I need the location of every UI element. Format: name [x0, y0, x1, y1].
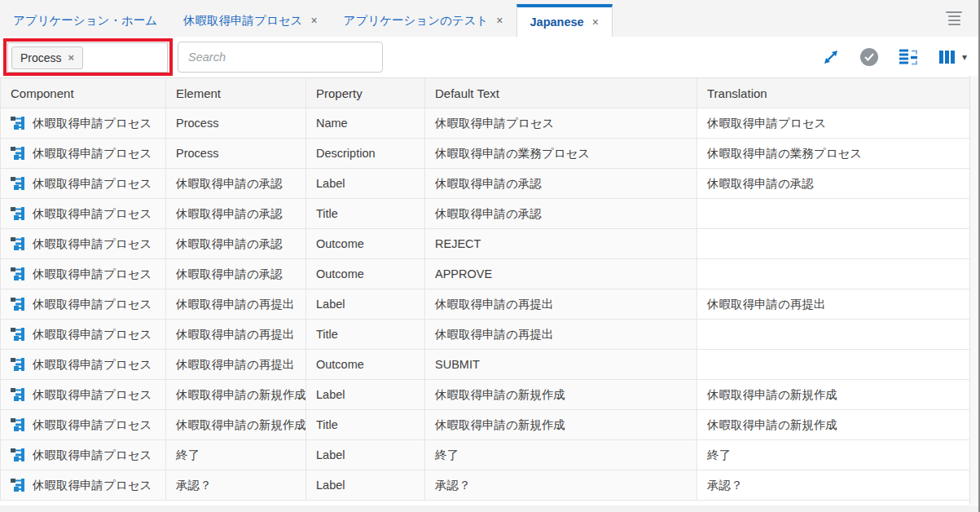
tab-application-home[interactable]: アプリケーション・ホーム	[0, 4, 170, 37]
process-icon	[11, 298, 25, 311]
tab-label: Japanese	[530, 15, 584, 29]
column-header-default-text[interactable]: Default Text	[425, 78, 697, 108]
default-text-cell: 休暇取得申請プロセス	[425, 108, 697, 139]
columns-icon[interactable]	[939, 50, 955, 64]
translation-cell[interactable]: 休暇取得申請の承認	[697, 169, 970, 199]
column-header-translation[interactable]: Translation	[697, 78, 970, 108]
table-row[interactable]: 休暇取得申請プロセス 休暇取得申請の承認 Outcome REJECT	[1, 229, 970, 259]
filter-input[interactable]: Process ×	[7, 42, 168, 73]
property-cell: Label	[306, 380, 425, 410]
component-label: 休暇取得申請プロセス	[33, 387, 152, 403]
column-header-component[interactable]: Component	[1, 78, 166, 108]
table-row[interactable]: 休暇取得申請プロセス Process Name 休暇取得申請プロセス 休暇取得申…	[1, 108, 970, 139]
vertical-scrollbar[interactable]	[969, 76, 978, 505]
property-cell: Label	[306, 440, 425, 470]
translation-cell[interactable]	[697, 199, 970, 229]
translation-cell[interactable]	[697, 320, 970, 350]
translation-cell[interactable]: 休暇取得申請の業務プロセス	[697, 139, 970, 169]
translation-cell[interactable]: 休暇取得申請の再提出	[697, 289, 970, 320]
table-row[interactable]: 休暇取得申請プロセス 休暇取得申請の再提出 Label 休暇取得申請の再提出 休…	[1, 289, 970, 320]
process-icon	[11, 177, 25, 190]
component-label: 休暇取得申請プロセス	[33, 176, 152, 192]
property-cell: Description	[306, 139, 425, 169]
default-text-cell: 承認？	[425, 470, 697, 501]
tab-bar: アプリケーション・ホーム 休暇取得申請プロセス × アプリケーションのテスト ×…	[0, 0, 980, 37]
default-text-cell: REJECT	[425, 229, 697, 259]
tabs-container: アプリケーション・ホーム 休暇取得申請プロセス × アプリケーションのテスト ×…	[0, 0, 613, 37]
element-cell: Process	[166, 108, 306, 139]
search-input[interactable]	[178, 42, 383, 73]
element-cell: Process	[166, 139, 306, 169]
process-icon	[11, 448, 25, 461]
translation-cell[interactable]	[697, 229, 970, 259]
expand-icon[interactable]	[822, 48, 840, 66]
table-header: ComponentElementPropertyDefault TextTran…	[1, 78, 970, 108]
process-icon	[11, 418, 25, 431]
default-text-cell: 休暇取得申請の再提出	[425, 289, 697, 320]
toolbar: Process ×	[0, 37, 980, 77]
table-row[interactable]: 休暇取得申請プロセス 休暇取得申請の承認 Label 休暇取得申請の承認 休暇取…	[1, 169, 970, 199]
table-row[interactable]: 休暇取得申請プロセス 休暇取得申請の承認 Outcome APPROVE	[1, 259, 970, 289]
component-cell: 休暇取得申請プロセス	[1, 108, 166, 139]
component-label: 休暇取得申請プロセス	[33, 297, 152, 312]
component-cell: 休暇取得申請プロセス	[1, 259, 166, 289]
tab-japanese[interactable]: Japanese ×	[516, 4, 613, 37]
component-label: 休暇取得申請プロセス	[33, 267, 152, 282]
table-row[interactable]: 休暇取得申請プロセス 休暇取得申請の承認 Title 休暇取得申請の承認	[1, 199, 970, 229]
property-cell: Title	[306, 199, 425, 229]
component-cell: 休暇取得申請プロセス	[1, 139, 166, 169]
tab-close-icon[interactable]: ×	[496, 15, 503, 26]
table-row[interactable]: 休暇取得申請プロセス 休暇取得申請の新規作成 Title 休暇取得申請の新規作成…	[1, 410, 970, 440]
component-label: 休暇取得申請プロセス	[33, 478, 152, 493]
table-row[interactable]: 休暇取得申請プロセス 休暇取得申請の新規作成 Label 休暇取得申請の新規作成…	[1, 380, 970, 410]
translation-cell[interactable]	[697, 259, 970, 289]
process-icon	[11, 328, 25, 341]
property-cell: Name	[306, 108, 425, 139]
translation-cell[interactable]: 休暇取得申請プロセス	[697, 108, 970, 139]
tab-leave-request-process[interactable]: 休暇取得申請プロセス ×	[170, 4, 331, 37]
component-cell: 休暇取得申請プロセス	[1, 229, 166, 259]
caret-down-icon[interactable]: ▾	[962, 51, 967, 63]
component-cell: 休暇取得申請プロセス	[1, 440, 166, 470]
copy-rows-icon[interactable]	[899, 49, 919, 66]
component-label: 休暇取得申請プロセス	[33, 327, 152, 342]
translation-cell[interactable]	[697, 350, 970, 380]
tab-label: 休暇取得申請プロセス	[183, 13, 302, 29]
translation-cell[interactable]: 休暇取得申請の新規作成	[697, 410, 970, 440]
process-icon	[11, 388, 25, 401]
translation-cell[interactable]: 休暇取得申請の新規作成	[697, 380, 970, 410]
element-cell: 休暇取得申請の再提出	[166, 289, 306, 320]
table-row[interactable]: 休暇取得申請プロセス 休暇取得申請の再提出 Outcome SUBMIT	[1, 350, 970, 380]
table-row[interactable]: 休暇取得申請プロセス Process Description 休暇取得申請の業務…	[1, 139, 970, 169]
toolbar-icons: ▾	[822, 37, 967, 77]
component-label: 休暇取得申請プロセス	[33, 357, 152, 373]
tab-close-icon[interactable]: ×	[310, 15, 317, 26]
component-label: 休暇取得申請プロセス	[33, 206, 152, 222]
column-header-element[interactable]: Element	[166, 78, 306, 108]
table-row[interactable]: 休暇取得申請プロセス 休暇取得申請の再提出 Title 休暇取得申請の再提出	[1, 320, 970, 350]
check-circle-icon[interactable]	[860, 48, 878, 66]
table-row[interactable]: 休暇取得申請プロセス 終了 Label 終了 終了	[1, 440, 970, 470]
tab-close-icon[interactable]: ×	[592, 16, 599, 28]
table-row[interactable]: 休暇取得申請プロセス 承認？ Label 承認？ 承認？	[1, 470, 970, 501]
translation-cell[interactable]: 終了	[697, 440, 970, 470]
column-header-property[interactable]: Property	[306, 78, 425, 108]
default-text-cell: 休暇取得申請の新規作成	[425, 410, 697, 440]
component-cell: 休暇取得申請プロセス	[1, 169, 166, 199]
component-cell: 休暇取得申請プロセス	[1, 350, 166, 380]
default-text-cell: 休暇取得申請の再提出	[425, 320, 697, 350]
default-text-cell: 休暇取得申請の新規作成	[425, 380, 697, 410]
tab-menu-icon[interactable]	[946, 11, 962, 26]
element-cell: 休暇取得申請の承認	[166, 169, 306, 199]
filter-chip-process[interactable]: Process ×	[11, 46, 83, 69]
property-cell: Label	[306, 169, 425, 199]
property-cell: Label	[306, 470, 425, 501]
translation-cell[interactable]: 承認？	[697, 470, 970, 501]
component-label: 休暇取得申請プロセス	[33, 146, 152, 161]
element-cell: 休暇取得申請の再提出	[166, 350, 306, 380]
default-text-cell: 休暇取得申請の承認	[425, 169, 697, 199]
process-icon	[11, 207, 25, 220]
chip-remove-icon[interactable]: ×	[68, 52, 75, 63]
default-text-cell: 休暇取得申請の承認	[425, 199, 697, 229]
tab-application-test[interactable]: アプリケーションのテスト ×	[331, 4, 516, 37]
